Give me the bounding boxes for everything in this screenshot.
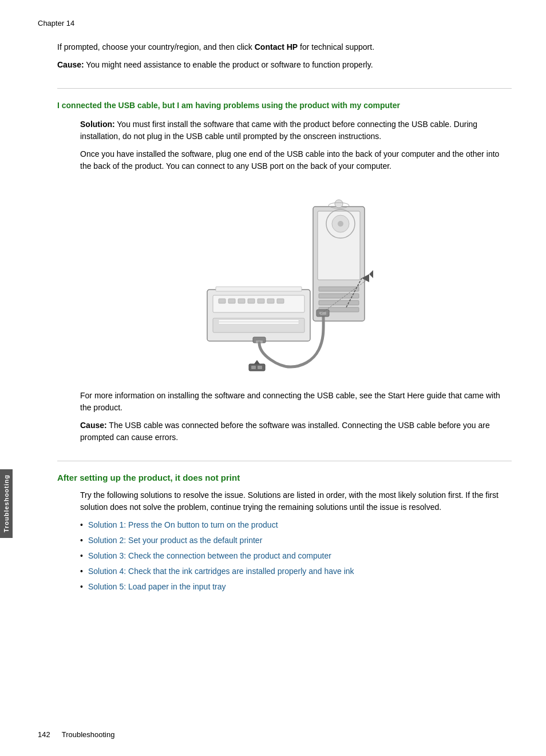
footer: 142 Troubleshooting <box>38 730 114 739</box>
usb-solution-label: Solution: <box>80 120 115 129</box>
list-item: Solution 3: Check the connection between… <box>80 550 512 562</box>
svg-rect-18 <box>277 299 284 303</box>
usb-cause-text: The USB cable was connected before the s… <box>80 421 490 442</box>
usb-solution-text: You must first install the software that… <box>80 120 477 141</box>
side-tab-text: Troubleshooting <box>3 474 10 532</box>
svg-rect-26 <box>319 312 326 315</box>
svg-point-6 <box>335 200 343 208</box>
solution-4-link[interactable]: Solution 4: Check that the ink cartridge… <box>88 567 354 576</box>
after-setup-section: After setting up the product, it does no… <box>57 473 512 593</box>
contact-hp-bold: Contact HP <box>255 42 298 52</box>
prompt-paragraph: If prompted, choose your country/region,… <box>57 41 512 53</box>
list-item: Solution 1: Press the On button to turn … <box>80 519 512 531</box>
svg-rect-11 <box>213 295 304 312</box>
svg-marker-31 <box>369 270 373 278</box>
page-container: Chapter 14 Troubleshooting If prompted, … <box>0 0 546 756</box>
cause-label: Cause: <box>57 60 84 69</box>
cause-text: You might need assistance to enable the … <box>84 60 373 69</box>
cause-paragraph: Cause: You might need assistance to enab… <box>57 59 512 71</box>
svg-rect-29 <box>258 366 262 369</box>
svg-rect-20 <box>216 287 302 291</box>
top-section: If prompted, choose your country/region,… <box>57 41 512 89</box>
list-item: Solution 4: Check that the ink cartridge… <box>80 565 512 577</box>
prompt-text: If prompted, choose your country/region,… <box>57 42 255 52</box>
list-item: Solution 2: Set your product as the defa… <box>80 535 512 547</box>
usb-cause-para: Cause: The USB cable was connected befor… <box>80 419 512 444</box>
solution-3-link[interactable]: Solution 3: Check the connection between… <box>88 551 331 560</box>
solution-2-link[interactable]: Solution 2: Set your product as the defa… <box>88 536 262 545</box>
after-setup-heading: After setting up the product, it does no… <box>57 473 512 482</box>
usb-section: I connected the USB cable, but I am havi… <box>57 100 512 461</box>
solution-1-link[interactable]: Solution 1: Press the On button to turn … <box>88 520 278 529</box>
usb-para2: Once you have installed the software, pl… <box>80 148 512 172</box>
svg-rect-15 <box>248 299 255 303</box>
footer-label: Troubleshooting <box>62 730 115 739</box>
svg-rect-13 <box>228 299 235 303</box>
svg-rect-21 <box>219 320 299 322</box>
illustration-svg <box>164 189 405 373</box>
svg-point-35 <box>338 221 343 227</box>
chapter-label-text: Chapter 14 <box>38 19 74 27</box>
more-info-para: For more information on installing the s… <box>80 390 512 414</box>
prompt-text-end: for technical support. <box>298 42 374 52</box>
printer-usb-illustration <box>57 189 512 373</box>
svg-rect-17 <box>267 299 274 303</box>
svg-rect-2 <box>319 287 359 291</box>
usb-cause-label: Cause: <box>80 421 107 430</box>
after-setup-intro: Try the following solutions to resolve t… <box>80 489 512 513</box>
svg-rect-16 <box>258 299 264 303</box>
footer-page-number: 142 <box>38 730 50 739</box>
svg-rect-4 <box>319 300 359 305</box>
svg-rect-14 <box>238 299 245 303</box>
svg-rect-12 <box>219 299 225 303</box>
svg-rect-28 <box>251 366 256 369</box>
svg-marker-30 <box>254 360 260 364</box>
usb-solution-para: Solution: You must first install the sof… <box>80 118 512 143</box>
chapter-label: Chapter 14 <box>38 19 74 27</box>
list-item: Solution 5: Load paper in the input tray <box>80 581 512 593</box>
solutions-list: Solution 1: Press the On button to turn … <box>80 519 512 593</box>
solution-5-link[interactable]: Solution 5: Load paper in the input tray <box>88 582 226 591</box>
side-tab: Troubleshooting <box>0 469 13 538</box>
main-content: If prompted, choose your country/region,… <box>57 0 512 593</box>
svg-rect-22 <box>219 322 299 324</box>
usb-section-heading: I connected the USB cable, but I am havi… <box>57 100 512 112</box>
